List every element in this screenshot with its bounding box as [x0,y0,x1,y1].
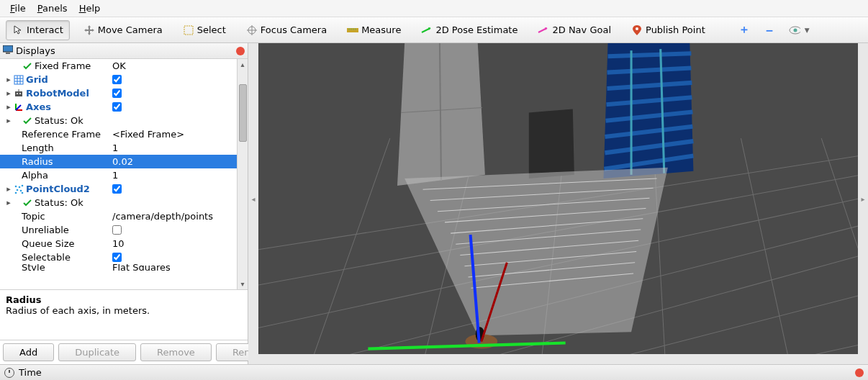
toolbar: Interact Move Camera Select Focus Camera… [0,17,868,43]
bottom-gutter[interactable] [248,354,868,364]
tree-value: 1 [112,170,237,181]
tree-row[interactable]: ▸Status: Ok [0,196,237,209]
pose-estimate-button[interactable]: 2D Pose Estimate [415,20,524,40]
checkbox[interactable] [112,89,122,98]
svg-point-15 [793,28,797,32]
axes-icon [13,101,24,113]
tree-row[interactable]: Reference Frame<Fixed Frame> [0,127,237,141]
tree-row[interactable]: StyleFlat Squares [0,264,237,271]
checkbox[interactable] [112,184,122,194]
menu-panels[interactable]: Panels [32,1,73,15]
publish-point-label: Publish Point [646,24,705,35]
publish-point-button[interactable]: Publish Point [625,20,712,40]
tree-row[interactable]: Topic/camera/depth/points [0,209,237,223]
tree-value: 0.02 [112,156,237,167]
scroll-thumb[interactable] [239,84,247,142]
tree-row[interactable]: Alpha1 [0,168,237,182]
tree-row[interactable]: ▸Axes [0,100,237,114]
tree-value [112,102,237,112]
displays-tree[interactable]: Fixed FrameOK▸Grid▸RobotModel▸Axes▸Statu… [0,59,237,289]
svg-point-13 [636,27,638,30]
displays-panel-header[interactable]: Displays [0,43,248,59]
tree-row[interactable]: ▸Status: Ok [0,114,237,127]
monitor-icon [3,45,13,56]
tree-label: Topic [22,211,45,222]
svg-point-25 [19,93,21,94]
tree-row[interactable]: Radius0.02 [0,155,237,168]
tree-row[interactable]: ▸RobotModel [0,86,237,100]
nav-goal-button[interactable]: 2D Nav Goal [531,20,618,40]
grid-icon [13,74,24,86]
move-camera-label: Move Camera [98,24,163,35]
tree-value [112,89,237,98]
panel-button-row: Add Duplicate Remove Rename [0,340,248,364]
svg-point-32 [22,184,24,186]
tree-value [112,184,237,194]
tree-label: Grid [26,74,48,85]
tree-row[interactable]: Selectable [0,250,237,264]
tree-row[interactable]: ▸PointCloud2 [0,182,237,196]
add-tool-button[interactable]: ＋ [732,20,756,40]
statusbar-close-icon[interactable] [855,368,864,377]
scroll-down-icon[interactable]: ▾ [238,279,248,289]
ruler-icon [347,24,358,36]
scroll-up-icon[interactable]: ▴ [238,59,248,70]
remove-button[interactable]: Remove [140,343,212,361]
measure-button[interactable]: Measure [340,20,407,40]
tree-label: Queue Size [22,238,75,249]
tree-row[interactable]: Queue Size10 [0,237,237,250]
menu-file[interactable]: File [4,1,32,15]
description-title: Radius [6,294,242,305]
right-gutter[interactable]: ▸ [858,43,868,354]
duplicate-button[interactable]: Duplicate [58,343,136,361]
menu-help[interactable]: Help [73,1,107,15]
check-icon [22,115,33,127]
checkbox[interactable] [112,225,122,235]
svg-point-33 [17,189,19,191]
checkbox[interactable] [112,75,122,84]
focus-camera-button[interactable]: Focus Camera [240,20,333,40]
tree-row[interactable]: Unreliable [0,223,237,237]
checkbox[interactable] [112,102,122,112]
svg-rect-16 [3,45,13,52]
svg-marker-65 [404,168,668,336]
pose-estimate-label: 2D Pose Estimate [435,24,517,35]
tree-row[interactable]: Length1 [0,141,237,155]
plus-icon: ＋ [738,22,750,37]
clock-icon [4,368,14,378]
tree-label: Length [22,142,54,153]
tree-row[interactable]: ▸Grid [0,73,237,86]
scene-render [258,43,858,354]
add-button[interactable]: Add [3,343,54,361]
tree-row[interactable]: Fixed FrameOK [0,59,237,73]
tree-label: Reference Frame [22,129,101,140]
tree-label: PointCloud2 [26,184,90,194]
checkbox[interactable] [112,253,122,262]
minus-icon: － [763,22,776,39]
left-gutter[interactable]: ◂ [248,43,258,354]
svg-rect-0 [184,26,193,35]
tree-label: Status: Ok [35,197,83,208]
interact-button[interactable]: Interact [6,20,70,40]
svg-marker-53 [529,109,574,178]
select-button[interactable]: Select [176,20,232,40]
remove-tool-button[interactable]: － [756,20,782,40]
check-icon [22,60,33,72]
points-icon [13,184,24,195]
svg-point-30 [15,185,17,187]
close-icon[interactable] [236,47,245,55]
svg-line-55 [608,53,692,56]
tree-value: <Fixed Frame> [112,129,237,140]
svg-rect-17 [6,53,10,54]
scrollbar[interactable]: ▴ ▾ [237,59,248,289]
eye-icon [789,24,800,36]
svg-line-49 [821,138,858,354]
move-camera-button[interactable]: Move Camera [77,20,169,40]
view-menu-button[interactable]: ▼ [782,20,816,40]
3d-viewport[interactable] [258,43,858,354]
status-bar: Time [0,364,868,380]
tree-value [112,253,237,262]
tree-label: Radius [22,156,53,167]
chevron-down-icon: ▼ [805,27,810,34]
tree-value: OK [112,60,237,71]
